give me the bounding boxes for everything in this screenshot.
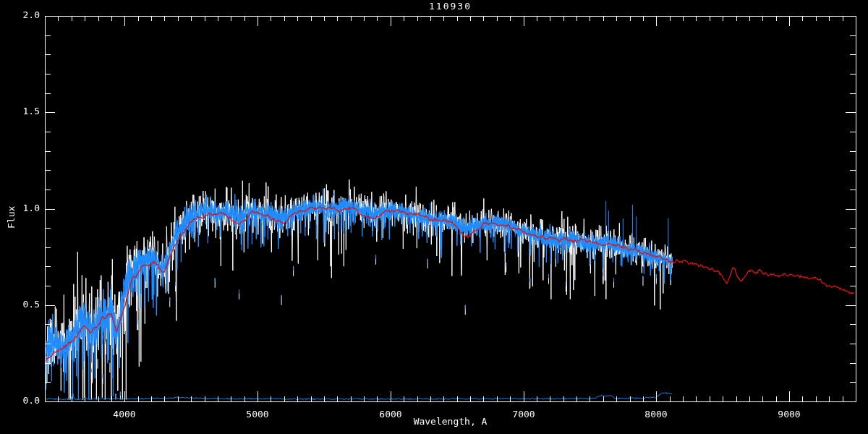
plot-title: 110930 bbox=[45, 1, 856, 12]
spectrum-figure: 110930 Wavelength, A Flux bbox=[0, 0, 868, 434]
y-axis-label: Flux bbox=[6, 206, 17, 229]
x-axis-label: Wavelength, A bbox=[45, 416, 856, 427]
spectrum-plot-canvas bbox=[0, 0, 868, 434]
